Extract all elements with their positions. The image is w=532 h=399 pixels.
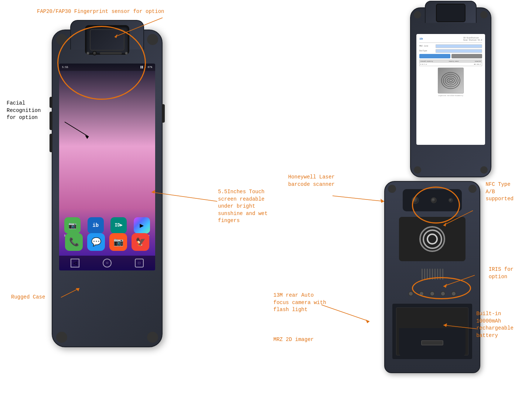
device-right-top-view: ib ID-ScanStationScan Station V1.0 MRZ l… — [399, 7, 502, 185]
iris-sensor-2 — [419, 291, 424, 296]
iris-sensor-3 — [430, 291, 435, 296]
field-input-1 — [436, 44, 482, 48]
usb-port — [421, 340, 443, 345]
nfc-module — [399, 217, 466, 261]
phone-right-body: ib ID-ScanStationScan Station V1.0 MRZ l… — [410, 7, 491, 177]
speaker-grille-back — [395, 267, 469, 282]
label-iris: IRIS for option — [489, 266, 514, 280]
result-table: Issued Country Expiry Date VISA/AP E.G.T… — [419, 59, 482, 66]
fingerprint-caption: Argentine enrolled biomentry — [419, 95, 482, 96]
volume-down-button[interactable] — [50, 112, 52, 130]
phone-top-bump — [70, 20, 144, 50]
col-header-2: Expiry Date — [449, 61, 458, 62]
grille-9 — [442, 269, 443, 280]
label-mrz: MRZ 2D imager — [273, 336, 314, 344]
custom-button[interactable] — [50, 134, 52, 152]
speaker-grille-front — [100, 52, 122, 54]
dock-camera[interactable]: 📷 — [109, 233, 127, 251]
page-container: 5:55 ▐▐ ✦ 67% 📷 Scanner Cal ib Scan ID I… — [0, 0, 532, 399]
svg-point-0 — [441, 72, 460, 89]
field-input-2 — [436, 49, 482, 53]
iris-sensor-1 — [408, 291, 413, 296]
phone-body: 5:55 ▐▐ ✦ 67% 📷 Scanner Cal ib Scan ID I… — [52, 30, 163, 347]
right-phone-top-bump — [425, 1, 477, 23]
label-facial-recognition: Facial Recognition for option — [7, 100, 41, 122]
scanner-lens-1 — [412, 197, 419, 204]
grille-2 — [424, 269, 425, 280]
iris-sensor-4 — [440, 291, 446, 296]
col-val-1: E.G.T.A — [420, 64, 427, 65]
clear-button[interactable] — [451, 54, 482, 58]
iris-sensor-row — [395, 287, 469, 300]
dock-app[interactable]: 🦅 — [132, 233, 149, 251]
app-header: ib ID-ScanStationScan Station V1.0 — [419, 37, 482, 43]
button-row — [419, 54, 482, 58]
scanner-lens-2 — [431, 197, 437, 203]
light-sensor — [125, 52, 128, 55]
corner-bumper-br — [147, 332, 158, 343]
app-logo-ib: ib — [419, 37, 423, 41]
device-front-view: 5:55 ▐▐ ✦ 67% 📷 Scanner Cal ib Scan ID I… — [37, 30, 177, 369]
bottom-dev-corner-tr — [468, 185, 477, 193]
col-val-2: GB 201-P — [474, 64, 481, 65]
device-bottom-view — [366, 181, 499, 381]
scan-button[interactable] — [419, 54, 450, 58]
right-corner-tl — [414, 11, 421, 18]
label-camera: 13M rear Auto focus camera with flash li… — [273, 292, 326, 314]
form-row-2: DocType — [419, 49, 482, 53]
bottom-connector-area — [399, 328, 466, 358]
dock-phone[interactable]: 📞 — [65, 233, 83, 251]
grille-5 — [432, 269, 433, 280]
scanner-lens-3 — [449, 198, 453, 202]
iris-sensor-5 — [451, 291, 456, 296]
nav-back[interactable]: ◁ — [71, 259, 79, 267]
top-sensor-row — [74, 50, 140, 57]
right-corner-tr — [480, 11, 488, 18]
barcode-scanner-module — [403, 189, 462, 211]
corner-bumper-tr — [147, 34, 158, 45]
label-honeywell: Honeywell Laser barcode scanner — [288, 174, 335, 188]
phone-screen[interactable]: 5:55 ▐▐ ✦ 67% 📷 Scanner Cal ib Scan ID I… — [59, 64, 155, 270]
nav-recents[interactable]: □ — [135, 259, 144, 267]
fingerprint-lines-svg — [440, 69, 462, 92]
right-phone-screen[interactable]: ib ID-ScanStationScan Station V1.0 MRZ l… — [416, 34, 485, 145]
right-screen-app-content: ib ID-ScanStationScan Station V1.0 MRZ l… — [416, 34, 485, 99]
right-corner-br — [480, 166, 488, 174]
grille-8 — [440, 269, 441, 280]
app-title: ID-ScanStationScan Station V1.0 — [463, 37, 482, 41]
app-dock[interactable]: 📞 💬 📷 🦅 — [59, 229, 155, 255]
svg-point-4 — [449, 79, 453, 82]
label-battery: Built-in 10000mAh rechargeable battery — [476, 310, 514, 339]
field-label-1: MRZ line — [419, 45, 434, 47]
power-button[interactable] — [162, 104, 165, 123]
volume-up-button[interactable] — [50, 97, 52, 108]
svg-line-19 — [321, 305, 369, 321]
bottom-phone-body — [384, 181, 480, 373]
grille-6 — [434, 269, 436, 280]
right-corner-bl — [414, 166, 421, 174]
col-header-1: Issued Country — [420, 61, 433, 62]
signal-icons: ▐▐ ✦ 67% — [140, 66, 152, 69]
nfc-symbol — [419, 226, 445, 252]
bottom-dev-corner-tl — [388, 185, 396, 193]
corner-bumper-bl — [56, 332, 67, 343]
front-camera — [92, 51, 97, 55]
status-bar: 5:55 ▐▐ ✦ 67% — [59, 64, 155, 71]
fingerprint-image-display — [438, 68, 464, 93]
time-display: 5:55 — [62, 66, 68, 69]
nav-home[interactable]: ○ — [103, 259, 112, 267]
label-rugged-case: Rugged Case — [11, 294, 45, 301]
field-label-2: DocType — [419, 50, 434, 52]
col-header-3: VISA/AP — [475, 61, 481, 62]
label-nfc: NFC Type A/B supported — [485, 181, 514, 203]
dock-messages[interactable]: 💬 — [87, 233, 105, 251]
grille-7 — [437, 269, 438, 280]
nav-bar[interactable]: ◁ ○ □ — [59, 256, 155, 270]
label-fingerprint-sensor: FAP20/FAP30 Fingerprint sensor for optio… — [37, 8, 164, 16]
ir-sensor — [86, 52, 89, 55]
fingerprint-sensor-inner — [90, 29, 125, 51]
form-row-1: MRZ line — [419, 44, 482, 48]
grille-4 — [429, 269, 430, 280]
right-fp-sensor — [436, 4, 466, 22]
grille-1 — [422, 269, 423, 280]
